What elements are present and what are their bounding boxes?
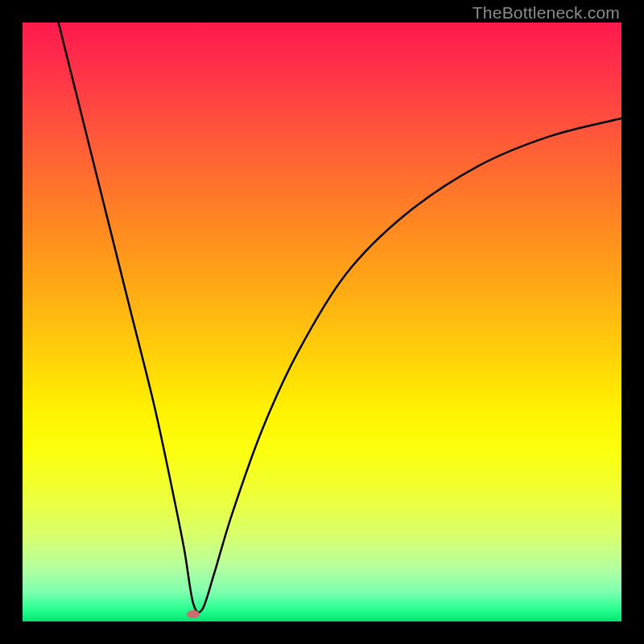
bottleneck-curve	[23, 23, 621, 621]
chart-frame: TheBottleneck.com	[0, 0, 644, 644]
watermark-text: TheBottleneck.com	[473, 3, 620, 23]
plot-area	[23, 23, 621, 621]
optimum-marker	[187, 610, 200, 618]
